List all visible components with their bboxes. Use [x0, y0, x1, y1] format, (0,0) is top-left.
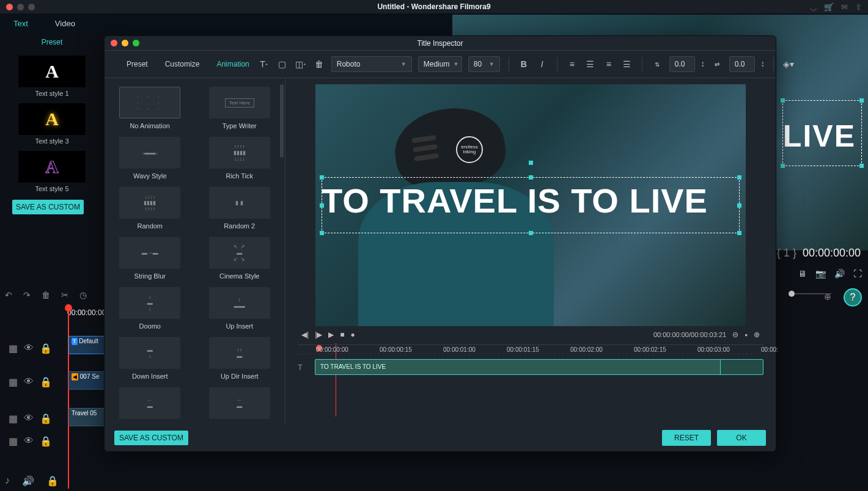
dialog-maximize[interactable] — [133, 40, 139, 46]
letter-spacing-input[interactable]: 0.0 — [729, 56, 755, 72]
bold-icon[interactable]: B — [518, 58, 530, 70]
zoom-handle-icon[interactable] — [789, 291, 795, 297]
animation-random[interactable]: ↓↓↓↓▮▮▮▮↑↑↑↑Random — [111, 187, 189, 230]
track-icon[interactable]: ▦ — [9, 435, 18, 447]
close-window[interactable] — [6, 4, 13, 10]
prev-frame-icon[interactable]: ◀| — [301, 330, 309, 339]
align-left-icon[interactable]: ≡ — [566, 58, 578, 70]
ls-spinner[interactable]: ▲▼ — [761, 60, 765, 68]
select-icon[interactable]: ▢ — [276, 58, 289, 70]
redo-icon[interactable]: ↷ — [23, 290, 31, 300]
help-button[interactable]: ? — [844, 288, 862, 307]
track-icon[interactable]: ▦ — [9, 376, 18, 388]
zoom-in-icon[interactable]: ⊕ — [824, 292, 831, 302]
next-frame-icon[interactable]: |▶ — [315, 330, 322, 339]
handle-icon[interactable] — [781, 98, 785, 103]
track-icon[interactable]: ▦ — [9, 413, 18, 424]
visible-icon[interactable]: 👁 — [24, 435, 34, 446]
export-icon[interactable]: ⇪ — [855, 2, 862, 12]
user-icon[interactable]: ◡ — [810, 2, 817, 12]
lock-icon[interactable]: 🔒 — [46, 475, 59, 487]
add-text-icon[interactable]: T+ — [258, 58, 270, 70]
layers-icon[interactable]: ◈▾ — [782, 58, 795, 70]
visible-icon[interactable]: 👁 — [24, 376, 34, 387]
volume-icon[interactable]: 🔊 — [834, 269, 845, 278]
trash-icon[interactable]: 🗑 — [313, 58, 325, 70]
loop-icon[interactable]: ● — [351, 330, 355, 339]
add-shape-icon[interactable]: ◫+ — [295, 58, 307, 70]
stop-icon[interactable]: ■ — [340, 330, 344, 339]
handle-icon[interactable] — [781, 164, 785, 168]
canvas-image[interactable]: endless biking TO TRAVEL IS TO LIVE — [315, 84, 746, 326]
music-icon[interactable]: ♪ — [5, 475, 10, 487]
tab-customize[interactable]: Customize — [165, 60, 200, 68]
zoom-out-icon[interactable]: ⊖ — [732, 330, 738, 339]
handle-icon[interactable] — [529, 175, 533, 180]
weight-select[interactable]: Medium▼ — [418, 56, 462, 72]
ruler[interactable]: 00:00:00:0000:00:00:1500:00:01:0000:00:0… — [298, 344, 763, 357]
cart-icon[interactable]: 🛒 — [824, 2, 834, 12]
minimize-window[interactable] — [17, 4, 24, 10]
handle-icon[interactable] — [320, 231, 324, 235]
reset-button[interactable]: RESET — [662, 430, 711, 446]
animation-string-blur[interactable]: ▬→▬String Blur — [111, 237, 189, 280]
visible-icon[interactable]: 👁 — [24, 343, 34, 354]
track-icon[interactable]: ▦ — [9, 343, 18, 354]
tab-animation[interactable]: Animation — [216, 60, 249, 68]
animation-down-insert[interactable]: ▬↓Down Insert — [111, 337, 189, 380]
tab-text[interactable]: Text — [0, 13, 42, 34]
play-icon[interactable]: ▶ — [328, 330, 334, 339]
animation-random-2[interactable]: ▮ ▮Random 2 — [200, 187, 279, 230]
animation-item[interactable]: ←▬ — [200, 387, 279, 423]
handle-icon[interactable] — [859, 98, 864, 103]
zoom-dot-icon[interactable]: ● — [745, 332, 748, 338]
canvas-title-text[interactable]: TO TRAVEL IS TO LIVE — [322, 181, 740, 220]
rotate-handle-icon[interactable] — [529, 161, 533, 165]
delete-icon[interactable]: 🗑 — [42, 290, 50, 300]
lock-icon[interactable]: 🔒 — [40, 343, 52, 354]
save-as-custom-button[interactable]: SAVE AS CUSTOM — [12, 200, 84, 214]
title-clip[interactable]: TO TRAVEL IS TO LIVE — [315, 359, 763, 375]
tab-video[interactable]: Video — [42, 13, 89, 34]
fullscreen-icon[interactable]: ⛶ — [853, 269, 862, 278]
animation-cinema-style[interactable]: ↖ ↗▬↙ ↘Cinema Style — [200, 237, 279, 280]
preset-link[interactable]: Preset — [42, 38, 63, 46]
marker-icon[interactable]: ◷ — [79, 290, 87, 300]
tab-preset[interactable]: Preset — [127, 60, 148, 68]
scrollbar[interactable] — [280, 84, 284, 158]
text-style-3[interactable]: A Text style 3 — [0, 100, 104, 147]
lock-icon[interactable]: 🔒 — [40, 413, 52, 424]
lock-icon[interactable]: 🔒 — [40, 435, 52, 447]
text-style-5[interactable]: A Text style 5 — [0, 147, 104, 195]
zoom-in-icon[interactable]: ⊕ — [754, 330, 760, 339]
audio-icon[interactable]: 🔊 — [22, 475, 34, 487]
maximize-window[interactable] — [28, 4, 35, 10]
ok-button[interactable]: OK — [717, 430, 766, 446]
font-select[interactable]: Roboto▼ — [331, 56, 412, 72]
handle-icon[interactable] — [859, 164, 864, 168]
handle-icon[interactable] — [737, 175, 741, 180]
animation-doomo[interactable]: ↓▬↓Doomo — [111, 287, 189, 330]
animation-item[interactable]: ←▬ — [111, 387, 189, 423]
text-track-icon[interactable]: T — [298, 359, 310, 372]
animation-up-dir-insert[interactable]: ↑↑▬Up Dir Insert — [200, 337, 279, 380]
lock-icon[interactable]: 🔒 — [40, 376, 52, 388]
align-justify-icon[interactable]: ☰ — [621, 58, 633, 70]
size-input[interactable]: 80▼ — [468, 56, 500, 72]
animation-type-writer[interactable]: Text HereType Writer — [200, 87, 279, 129]
camera-icon[interactable]: 📷 — [815, 269, 826, 278]
visible-icon[interactable]: 👁 — [24, 413, 34, 424]
save-as-custom-button[interactable]: SAVE AS CUSTOM — [114, 431, 188, 445]
animation-up-insert[interactable]: ↑▬▬Up Insert — [200, 287, 279, 330]
line-height-input[interactable]: 0.0 — [669, 56, 695, 72]
align-right-icon[interactable]: ≡ — [603, 58, 615, 70]
undo-icon[interactable]: ↶ — [5, 290, 12, 300]
clip-default[interactable]: T Default — [68, 336, 105, 354]
cut-icon[interactable]: ✂ — [61, 290, 68, 300]
animation-wavy-style[interactable]: ↓▬▬↓Wavy Style — [111, 137, 189, 180]
monitor-icon[interactable]: 🖥 — [798, 269, 807, 278]
text-style-1[interactable]: A Text style 1 — [0, 52, 104, 100]
handle-icon[interactable] — [320, 175, 324, 180]
handle-icon[interactable] — [529, 231, 533, 235]
handle-icon[interactable] — [737, 231, 741, 235]
